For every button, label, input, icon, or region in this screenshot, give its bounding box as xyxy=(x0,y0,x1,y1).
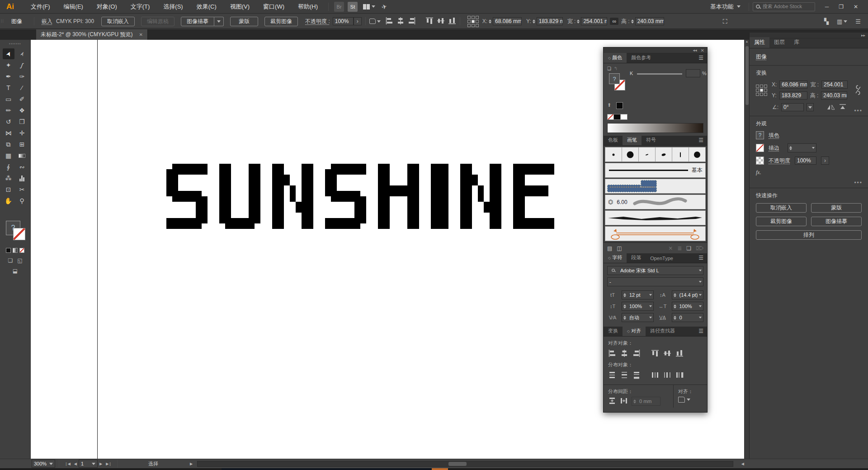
more-options-button[interactable]: ••• xyxy=(854,108,863,114)
collapse-dock-icon[interactable]: ▸▸ xyxy=(861,33,865,38)
align-center-v-button[interactable] xyxy=(437,17,445,26)
align-bottom-button[interactable] xyxy=(448,17,456,26)
opacity-label[interactable]: 不透明度 : xyxy=(305,18,330,25)
scroll-right-icon[interactable]: ◀ xyxy=(740,462,746,466)
height-field[interactable]: 240.03 mm xyxy=(821,91,847,100)
image-trace-split-button[interactable]: 图像描摹 xyxy=(181,17,224,26)
arrange-button[interactable]: 排列 xyxy=(756,230,862,240)
menu-type[interactable]: 文字(T) xyxy=(124,3,157,11)
embed-link[interactable]: 嵌入 xyxy=(42,18,52,25)
tracking-field[interactable]: 0 xyxy=(672,313,704,322)
tab-swatches[interactable]: 色板 xyxy=(604,135,623,145)
menu-file[interactable]: 文件(F) xyxy=(24,3,57,11)
menu-window[interactable]: 窗口(W) xyxy=(256,3,291,11)
blob-brush-tool[interactable]: ❖ xyxy=(16,105,28,116)
reference-point-selector[interactable] xyxy=(467,16,479,27)
panel-menu-icon[interactable]: ☰ xyxy=(695,328,707,336)
stroke-weight-field[interactable] xyxy=(788,143,816,152)
menu-object[interactable]: 对象(O) xyxy=(90,3,124,11)
stock-search-input[interactable]: 搜索 Adobe Stock xyxy=(753,2,815,11)
align-left-button[interactable] xyxy=(608,349,616,357)
window-minimize-button[interactable]: ─ xyxy=(825,4,829,10)
window-restore-button[interactable]: ❐ xyxy=(839,4,844,10)
fill-stroke-mini-icon[interactable]: ❏↰ xyxy=(607,66,618,71)
swatch-black[interactable] xyxy=(614,114,621,120)
font-style-field[interactable]: - xyxy=(607,277,703,286)
share-rocket-icon[interactable]: ✈ xyxy=(381,2,387,10)
fill-swatch[interactable]: ? xyxy=(756,131,764,139)
k-value-field[interactable] xyxy=(686,69,700,77)
distribute-right-button[interactable] xyxy=(675,371,684,379)
toolbar-grip[interactable]: ▪▪▪▪▪▪▪ xyxy=(0,40,30,46)
align-center-h-button[interactable] xyxy=(620,349,628,357)
k-slider[interactable] xyxy=(637,73,682,75)
font-family-field[interactable]: Adobe 宋体 Std L xyxy=(607,266,703,275)
y-field[interactable]: 183.829 xyxy=(779,91,807,100)
width-tool[interactable]: ⋈ xyxy=(3,128,14,138)
selection-tool[interactable]: ➤ xyxy=(3,48,14,59)
brush-row-pattern-denim[interactable] xyxy=(605,179,706,194)
leading-field[interactable]: (14.4 pt) xyxy=(672,290,704,299)
mask-button[interactable]: 蒙版 xyxy=(811,203,862,213)
rectangle-tool[interactable]: ▭ xyxy=(3,94,14,104)
align-center-v-button[interactable] xyxy=(663,349,671,357)
reference-point-selector[interactable] xyxy=(756,85,767,96)
stock-button[interactable]: St xyxy=(348,2,358,12)
lasso-tool[interactable]: ʃ xyxy=(16,60,28,71)
pen-tool[interactable]: ✒ xyxy=(3,71,14,82)
zoom-level-dropdown[interactable]: 300% xyxy=(32,460,55,468)
color-button[interactable] xyxy=(6,248,11,253)
image-trace-button[interactable]: 图像描摹 xyxy=(811,217,862,226)
vertical-scroll-thumb[interactable] xyxy=(745,46,749,105)
align-top-button[interactable] xyxy=(651,349,659,357)
free-transform-icon[interactable]: ⛶ xyxy=(723,18,727,25)
last-color-swatch[interactable] xyxy=(616,102,623,109)
zoom-tool[interactable]: ⚲ xyxy=(16,195,28,206)
font-size-field[interactable]: 12 pt xyxy=(622,290,654,299)
vertical-scale-field[interactable]: 100% xyxy=(622,302,654,311)
brush-row-basic[interactable]: 基本 xyxy=(605,163,706,178)
hand-tool[interactable]: ✋ xyxy=(3,195,14,206)
tab-opentype[interactable]: OpenType xyxy=(646,254,678,263)
column-graph-tool[interactable] xyxy=(16,173,28,184)
width-field[interactable]: 254.001 xyxy=(821,81,848,89)
angle-dropdown[interactable] xyxy=(807,103,814,111)
distribute-top-button[interactable] xyxy=(608,371,616,379)
tab-layers[interactable]: 图层 xyxy=(769,37,789,48)
tab-color[interactable]: ◇颜色 xyxy=(604,53,627,63)
window-close-button[interactable]: ✕ xyxy=(854,4,858,10)
brush-libraries-icon[interactable]: ▤ xyxy=(607,245,612,252)
y-stepper[interactable] xyxy=(531,19,537,24)
scroll-up-icon[interactable]: ▲ xyxy=(745,40,749,43)
line-segment-tool[interactable]: ∕ xyxy=(16,82,28,93)
image-trace-dropdown[interactable] xyxy=(214,17,224,26)
flip-vertical-icon[interactable] xyxy=(838,104,847,111)
opacity-field[interactable]: 100% xyxy=(333,17,354,25)
distribute-center-h-button[interactable] xyxy=(663,371,671,379)
last-artboard-button[interactable]: ▶❘ xyxy=(104,462,113,466)
pencil-tool[interactable]: ✏ xyxy=(3,105,14,116)
distribute-spacing-v-button[interactable] xyxy=(608,397,616,406)
angle-field[interactable]: 0° xyxy=(781,103,804,111)
direct-selection-tool[interactable]: ➣ xyxy=(16,48,28,59)
crop-image-button[interactable]: 裁剪图像 xyxy=(264,17,298,26)
libraries-panel-icon[interactable]: ◫ xyxy=(617,245,622,252)
kerning-field[interactable]: 自动 xyxy=(622,313,654,322)
menu-edit[interactable]: 编辑(E) xyxy=(57,3,90,11)
unembed-button[interactable]: 取消嵌入 xyxy=(756,203,807,213)
distribute-center-v-button[interactable] xyxy=(620,371,628,379)
opacity-expand-button[interactable]: › xyxy=(354,17,362,25)
panel-menu-icon[interactable]: ☰ xyxy=(695,55,707,63)
magic-wand-tool[interactable]: ✦ xyxy=(3,60,14,71)
scale-tool[interactable]: ❐ xyxy=(16,116,28,127)
shape-builder-tool[interactable]: ⧉ xyxy=(3,139,14,150)
close-panel-icon[interactable]: ✕ xyxy=(701,48,704,53)
brush-row-bristle[interactable]: ⏣ 6.00 xyxy=(605,195,706,209)
first-artboard-button[interactable]: ❘◀ xyxy=(63,462,72,466)
workspace-grid-icon[interactable]: ▚ xyxy=(824,18,829,25)
eyedropper-tool[interactable]: ∮ xyxy=(3,161,14,172)
y-field[interactable]: 183.829 mm xyxy=(537,17,563,25)
menu-help[interactable]: 帮助(H) xyxy=(291,3,325,11)
artwork-sunshine-text[interactable] xyxy=(166,164,566,232)
menu-view[interactable]: 视图(V) xyxy=(223,3,256,11)
